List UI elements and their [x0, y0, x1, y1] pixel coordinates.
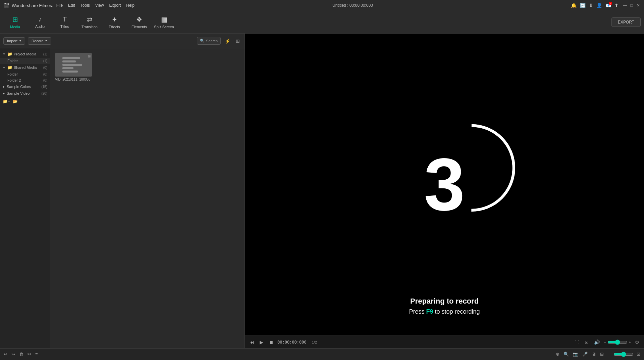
toolbar-media[interactable]: ⊞ Media: [3, 12, 27, 32]
add-folder-icon[interactable]: 📁+: [3, 99, 10, 104]
menu-edit[interactable]: Edit: [68, 3, 75, 8]
microphone-button[interactable]: 🎤: [581, 351, 589, 358]
countdown-number: 3: [424, 148, 465, 222]
sidebar-item-folder3[interactable]: Folder 2 (0): [0, 77, 50, 83]
play-button[interactable]: ▶: [258, 338, 265, 346]
monitor-button[interactable]: 🖥: [591, 351, 597, 358]
effects-label: Effects: [109, 25, 120, 29]
sidebar-section-sample-video[interactable]: ▶ Sample Video (20): [0, 90, 50, 97]
fullscreen-button[interactable]: ⛶: [573, 338, 581, 346]
media-thumbnail-vid1: ⊞: [55, 53, 92, 77]
media-thumb-label-vid1: VID_20210111_180053: [55, 78, 92, 81]
titlebar: 🎬 Wondershare Filmora File Edit Tools Vi…: [0, 0, 644, 11]
maximize-button[interactable]: □: [629, 3, 634, 8]
titles-icon: T: [63, 15, 67, 23]
volume-button[interactable]: 🔊: [593, 338, 601, 346]
undo-button[interactable]: ↩: [3, 351, 8, 358]
sample-video-count: (20): [41, 92, 47, 95]
folder-count: (1): [43, 59, 47, 63]
filter-button[interactable]: ⚡: [223, 37, 232, 45]
cut-button[interactable]: ✂: [26, 351, 32, 358]
sidebar-section-project-media[interactable]: ▼ 📁 Project Media (1): [0, 50, 50, 58]
media-thumb-vid1[interactable]: ⊞ VID_20210111_180053: [55, 53, 92, 81]
split-audio-button[interactable]: −: [607, 351, 611, 358]
left-content: ▼ 📁 Project Media (1) Folder (1) ▼ 📁 Sha…: [0, 48, 245, 348]
grid-view-button[interactable]: ⊞: [234, 37, 241, 45]
fit-button[interactable]: ⊡: [636, 351, 641, 358]
import-button[interactable]: Import ▼: [3, 37, 25, 45]
preview-video: 3 Preparing to record Press F9 to stop r…: [245, 34, 644, 335]
countdown-display: 3: [424, 148, 465, 222]
tray-icon-4: 👤: [596, 3, 602, 8]
tray-icon-3: ⬇: [589, 3, 593, 8]
export-button[interactable]: EXPORT: [611, 17, 641, 27]
zoom-minus-icon[interactable]: −: [604, 340, 606, 344]
status-preparing-text: Preparing to record: [409, 297, 480, 306]
stop-button[interactable]: ⏹: [267, 338, 275, 346]
folder3-label: Folder 2: [7, 78, 21, 82]
menu-view[interactable]: View: [95, 3, 104, 8]
toolbar-effects[interactable]: ✦ Effects: [103, 12, 126, 32]
chevron-down-icon-2: ▼: [3, 66, 5, 69]
f9-key: F9: [426, 308, 433, 315]
timeline-zoom-button[interactable]: 🔍: [562, 351, 570, 358]
instruction-suffix: to stop recording: [433, 308, 480, 315]
sample-colors-label: Sample Colors: [7, 85, 31, 89]
status-instruction-text: Press F9 to stop recording: [409, 308, 480, 315]
main-content: Import ▼ Record ▼ 🔍 Search ⚡ ⊞ ▼: [0, 34, 644, 348]
left-panel: Import ▼ Record ▼ 🔍 Search ⚡ ⊞ ▼: [0, 34, 245, 348]
titles-label: Titles: [60, 25, 69, 29]
zoom-control: − +: [604, 340, 631, 345]
sidebar-section-sample-colors[interactable]: ▶ Sample Colors (15): [0, 83, 50, 90]
detach-audio-button[interactable]: ≡: [34, 351, 39, 358]
tray-icon-1: 🔔: [571, 3, 577, 8]
folder-label: Folder: [7, 59, 18, 63]
delete-button[interactable]: 🗑: [18, 351, 24, 358]
timeline-zoom-slider[interactable]: [613, 352, 634, 357]
zoom-slider[interactable]: [607, 340, 628, 345]
timeline-area: ↩ ↪ 🗑 ✂ ≡ ⊕ 🔍 📷 🎤 🖥 ⊞ − ⊡ 🎥 🔒 👁 🎵: [0, 348, 644, 360]
record-button[interactable]: Record ▼: [28, 37, 51, 45]
settings-button[interactable]: ⚙: [634, 338, 641, 346]
toolbar-audio[interactable]: ♪ Audio: [28, 12, 52, 32]
preview-area: 3 Preparing to record Press F9 to stop r…: [245, 34, 644, 348]
minimize-button[interactable]: —: [623, 3, 627, 8]
pip-button[interactable]: ⊞: [599, 351, 605, 358]
menu-export[interactable]: Export: [109, 3, 121, 8]
sidebar-section-shared-media[interactable]: ▼ 📁 Shared Media (0): [0, 64, 50, 71]
toolbar-titles[interactable]: T Titles: [53, 12, 76, 32]
toolbar-elements[interactable]: ❖ Elements: [127, 12, 151, 32]
menu-file[interactable]: File: [56, 3, 63, 8]
window-title: Untitled : 00:00:00:000: [332, 3, 373, 8]
title-left: 🎬 Wondershare Filmora File Edit Tools Vi…: [3, 3, 135, 8]
redo-button[interactable]: ↪: [10, 351, 16, 358]
camera-button[interactable]: 📷: [572, 351, 579, 358]
sidebar-item-folder[interactable]: Folder (1): [0, 58, 50, 64]
folder2-count: (0): [43, 73, 47, 76]
crop-button[interactable]: ⊡: [583, 338, 590, 346]
search-box[interactable]: 🔍 Search: [197, 37, 221, 45]
record-arrow-icon: ▼: [45, 39, 48, 42]
close-button[interactable]: ✕: [636, 3, 641, 8]
prev-frame-button[interactable]: ⏮: [248, 338, 256, 346]
new-folder-icon[interactable]: 📂: [13, 99, 18, 104]
project-media-count: (1): [43, 52, 47, 56]
import-label: Import: [7, 39, 17, 43]
search-label: Search: [206, 39, 218, 43]
timeline-right-controls: ⊕ 🔍 📷 🎤 🖥 ⊞ − ⊡: [555, 351, 641, 358]
system-tray-icons: 🔔 🔄 ⬇ 👤 📧 1 ⬆: [571, 3, 619, 8]
preview-controls-bar: ⏮ ▶ ⏹ 00:00:00:000 1/2 ⛶ ⊡ 🔊 − + ⚙: [245, 335, 644, 348]
elements-label: Elements: [131, 25, 147, 29]
toolbar-transition[interactable]: ⇄ Transition: [78, 12, 101, 32]
add-marker-button[interactable]: ⊕: [555, 351, 560, 358]
sidebar-item-folder2[interactable]: Folder (0): [0, 71, 50, 77]
zoom-plus-icon[interactable]: +: [629, 340, 631, 344]
transition-icon: ⇄: [87, 15, 93, 24]
menu-tools[interactable]: Tools: [80, 3, 90, 8]
toolbar-splitscreen[interactable]: ▦ Split Screen: [152, 12, 176, 32]
shared-media-label: Shared Media: [14, 65, 37, 70]
menu-help[interactable]: Help: [126, 3, 135, 8]
folder2-label: Folder: [7, 72, 18, 76]
window-buttons: — □ ✕: [623, 3, 641, 8]
page-indicator: 1/2: [312, 340, 317, 344]
